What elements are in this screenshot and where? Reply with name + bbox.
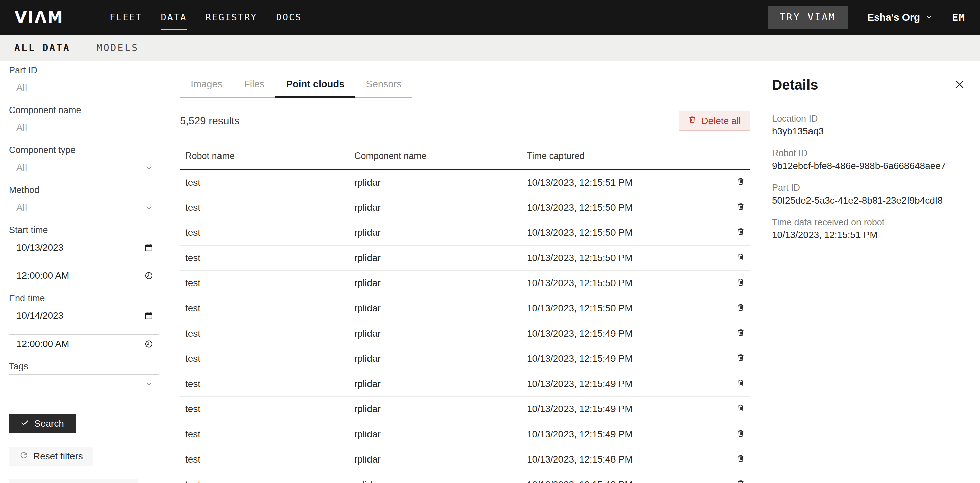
close-details-button[interactable] [954,78,965,91]
chevron-down-icon [145,379,153,388]
try-viam-button[interactable]: TRY VIAM [768,6,848,29]
table-row[interactable]: test rplidar 10/13/2023, 12:15:48 PM [180,447,750,472]
cell-robot-name: test [180,321,355,346]
field-label: Time data received on robot [772,218,965,227]
delete-row-button[interactable] [736,277,745,288]
cell-component-name: rplidar [355,422,527,447]
delete-row-button[interactable] [736,353,745,363]
data-type-tabs: Images Files Point clouds Sensors [180,78,412,98]
column-actions [720,148,750,170]
cell-robot-name: test [180,245,355,271]
data-subnav: ALL DATA MODELS [0,35,980,61]
table-row[interactable]: test rplidar 10/13/2023, 12:15:49 PM [180,422,750,447]
delete-row-button[interactable] [736,328,745,338]
table-row[interactable]: test rplidar 10/13/2023, 12:15:48 PM [180,472,750,483]
search-button[interactable]: Search [9,414,75,433]
calendar-icon[interactable] [144,243,153,252]
org-switcher[interactable]: Esha's Org [867,12,933,23]
chevron-down-icon [145,163,153,172]
tab-point-clouds[interactable]: Point clouds [275,78,355,97]
component-type-select[interactable]: All [9,158,159,177]
cell-robot-name: test [180,397,355,422]
tags-select[interactable] [9,374,159,393]
data-main: Images Files Point clouds Sensors 5,529 … [170,62,760,483]
table-row[interactable]: test rplidar 10/13/2023, 12:15:50 PM [180,220,750,245]
trash-icon [736,277,745,288]
delete-row-button[interactable] [736,429,745,439]
point-clouds-table: Robot name Component name Time captured … [180,148,750,483]
part-id-label: Part ID [9,66,159,75]
delete-row-button[interactable] [736,202,745,212]
method-select[interactable]: All [9,198,159,217]
delete-row-button[interactable] [736,479,745,483]
cell-time-captured: 10/13/2023, 12:15:49 PM [527,397,720,422]
cell-component-name: rplidar [355,271,527,296]
clock-icon[interactable] [144,271,153,280]
cell-robot-name: test [180,170,355,195]
reset-filters-button[interactable]: Reset filters [9,447,93,466]
component-name-input[interactable] [16,118,159,137]
end-time-input[interactable]: 12:00:00 AM [9,334,159,353]
delete-row-button[interactable] [736,378,745,389]
tags-label: Tags [9,362,159,371]
part-id-input[interactable] [16,78,159,97]
table-row[interactable]: test rplidar 10/13/2023, 12:15:49 PM [180,321,750,346]
start-time-input[interactable]: 12:00:00 AM [9,266,159,285]
table-row[interactable]: test rplidar 10/13/2023, 12:15:50 PM [180,271,750,296]
table-row[interactable]: test rplidar 10/13/2023, 12:15:49 PM [180,397,750,422]
trash-icon [736,454,745,464]
trash-icon [736,252,745,263]
table-row[interactable]: test rplidar 10/13/2023, 12:15:50 PM [180,296,750,321]
delete-row-button[interactable] [736,454,745,464]
viam-logo[interactable]: VIΛM [15,8,64,27]
start-date-input[interactable]: 10/13/2023 [9,238,159,257]
cell-component-name: rplidar [355,170,527,195]
cell-component-name: rplidar [355,346,527,371]
component-name-input-wrap [9,118,159,137]
column-robot-name: Robot name [180,148,355,170]
table-row[interactable]: test rplidar 10/13/2023, 12:15:50 PM [180,195,750,220]
cell-time-captured: 10/13/2023, 12:15:49 PM [527,422,720,447]
table-row[interactable]: test rplidar 10/13/2023, 12:15:50 PM [180,245,750,271]
delete-row-button[interactable] [736,252,745,263]
field-location-id: Location ID h3yb135aq3 [772,114,965,136]
cell-time-captured: 10/13/2023, 12:15:48 PM [527,447,720,472]
tab-all-data[interactable]: ALL DATA [14,42,70,53]
field-time-received: Time data received on robot 10/13/2023, … [772,218,965,240]
column-component-name: Component name [355,148,527,170]
check-icon [21,418,29,429]
table-row[interactable]: test rplidar 10/13/2023, 12:15:49 PM [180,346,750,371]
clock-icon[interactable] [144,339,153,348]
tab-files[interactable]: Files [233,78,275,97]
nav-item-registry[interactable]: REGISTRY [205,9,258,26]
field-value: 9b12ebcf-bfe8-486e-988b-6a668648aee7 [772,161,965,171]
delete-row-button[interactable] [736,177,745,187]
calendar-icon[interactable] [144,311,153,320]
table-row[interactable]: test rplidar 10/13/2023, 12:15:51 PM [180,170,750,195]
field-part-id: Part ID 50f25de2-5a3c-41e2-8b81-23e2f9b4… [772,183,965,205]
trash-icon [736,202,745,212]
cell-time-captured: 10/13/2023, 12:15:51 PM [527,170,720,195]
nav-item-docs[interactable]: DOCS [275,9,302,26]
delete-all-button[interactable]: Delete all [679,111,750,131]
delete-row-button[interactable] [736,227,745,238]
table-row[interactable]: test rplidar 10/13/2023, 12:15:49 PM [180,371,750,397]
nav-item-data[interactable]: DATA [160,9,187,26]
trash-icon [736,177,745,187]
tab-images[interactable]: Images [180,78,233,97]
tab-sensors[interactable]: Sensors [355,78,412,97]
delete-row-button[interactable] [736,303,745,313]
nav-item-fleet[interactable]: FLEET [109,9,143,26]
tab-models[interactable]: MODELS [97,42,138,53]
avatar[interactable]: EM [952,12,965,23]
cell-component-name: rplidar [355,321,527,346]
trash-icon [736,479,745,483]
cell-component-name: rplidar [355,245,527,271]
delete-row-button[interactable] [736,403,745,414]
refresh-icon [19,451,28,462]
copy-export-command-button[interactable]: Copy export command [9,479,138,483]
cell-component-name: rplidar [355,195,527,220]
method-label: Method [9,186,159,195]
field-value: h3yb135aq3 [772,127,965,136]
end-date-input[interactable]: 10/14/2023 [9,306,159,325]
